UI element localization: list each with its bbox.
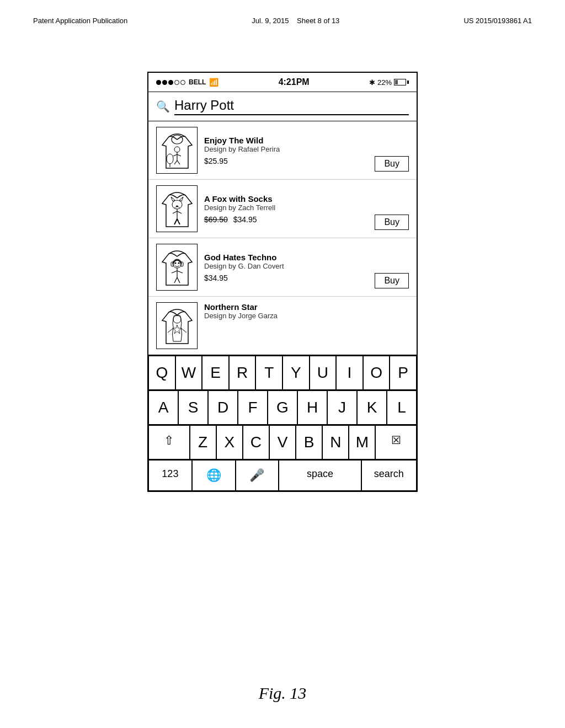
wifi-icon: 📶: [209, 78, 218, 87]
svg-line-6: [177, 160, 180, 164]
key-w[interactable]: W: [175, 356, 202, 390]
product-item-2: A Fox with Socks Design by Zach Terrell …: [148, 180, 417, 238]
carrier-name: BELL: [189, 78, 206, 86]
product-info-1: Enjoy The Wild Design by Rafael Perira $…: [204, 127, 368, 174]
key-q[interactable]: Q: [148, 356, 175, 390]
key-i[interactable]: I: [336, 356, 363, 390]
battery-fill: [395, 80, 398, 84]
product-item-4: Northern Star Design by Jorge Garza: [148, 297, 417, 355]
key-o[interactable]: O: [363, 356, 390, 390]
status-left: BELL 📶: [156, 78, 218, 87]
patent-number: US 2015/0193861 A1: [463, 17, 532, 25]
svg-line-17: [177, 211, 182, 213]
product-name-2: A Fox with Socks: [204, 194, 368, 204]
key-r[interactable]: R: [229, 356, 256, 390]
key-f[interactable]: F: [238, 390, 268, 425]
globe-key[interactable]: 🌐: [192, 460, 236, 491]
status-right: ✱ 22%: [369, 78, 409, 87]
svg-point-7: [167, 154, 173, 164]
product-thumb-4: [156, 302, 198, 349]
svg-point-25: [174, 262, 176, 264]
signal-dot-5: [180, 80, 185, 85]
patent-date: Jul. 9, 2015: [252, 17, 289, 25]
search-bar[interactable]: 🔍 Harry Pott: [148, 92, 417, 121]
key-n[interactable]: N: [322, 425, 349, 459]
key-y[interactable]: Y: [282, 356, 310, 390]
buy-button-2[interactable]: Buy: [375, 215, 409, 230]
search-input[interactable]: Harry Pott: [174, 98, 409, 115]
key-u[interactable]: U: [310, 356, 337, 390]
status-bar: BELL 📶 4:21PM ✱ 22%: [148, 73, 417, 92]
product-info-2: A Fox with Socks Design by Zach Terrell …: [204, 185, 368, 232]
product-name-1: Enjoy The Wild: [204, 136, 368, 145]
battery-body: [394, 79, 406, 85]
search-key[interactable]: search: [361, 460, 417, 491]
shift-key[interactable]: ⇧: [148, 425, 190, 459]
buy-button-1[interactable]: Buy: [375, 156, 409, 172]
patent-meta: Jul. 9, 2015 Sheet 8 of 13: [252, 17, 339, 25]
svg-marker-10: [171, 197, 175, 201]
product-price-3: $34.95: [204, 274, 368, 282]
key-b[interactable]: B: [296, 425, 322, 459]
svg-line-20: [173, 221, 175, 222]
svg-line-14: [177, 206, 180, 208]
signal-dot-4: [174, 80, 179, 85]
product-list: Enjoy The Wild Design by Rafael Perira $…: [148, 121, 417, 355]
svg-line-21: [179, 221, 181, 222]
key-z[interactable]: Z: [190, 425, 216, 459]
price-original-2: $69.50: [204, 215, 228, 224]
search-icon: 🔍: [156, 100, 170, 113]
signal-dot-2: [162, 80, 167, 85]
key-l[interactable]: L: [387, 390, 417, 425]
svg-point-32: [173, 315, 181, 323]
svg-line-28: [172, 271, 177, 273]
svg-point-9: [172, 200, 182, 209]
buy-button-3[interactable]: Buy: [375, 273, 409, 288]
price-sale-2: $34.95: [233, 215, 257, 224]
svg-line-13: [174, 206, 177, 208]
key-v[interactable]: V: [269, 425, 296, 459]
signal-dot-3: [168, 80, 173, 85]
product-price-1: $25.95: [204, 157, 368, 165]
svg-line-30: [174, 277, 177, 283]
key-x[interactable]: X: [216, 425, 243, 459]
key-j[interactable]: J: [327, 390, 357, 425]
key-p[interactable]: P: [390, 356, 417, 390]
key-e[interactable]: E: [202, 356, 229, 390]
svg-line-29: [177, 271, 183, 273]
product-thumb-2: [156, 185, 198, 232]
key-a[interactable]: A: [148, 390, 178, 425]
product-info-4: Northern Star Design by Jorge Garza: [204, 302, 409, 323]
space-key[interactable]: space: [279, 460, 361, 491]
bluetooth-icon: ✱: [369, 78, 375, 87]
key-k[interactable]: K: [357, 390, 387, 425]
status-time: 4:21PM: [279, 77, 310, 87]
keyboard-row-3: ⇧ Z X C V B N M ☒: [148, 425, 417, 460]
product-designer-2: Design by Zach Terrell: [204, 204, 368, 212]
battery-tip: [407, 81, 409, 84]
key-d[interactable]: D: [208, 390, 238, 425]
key-h[interactable]: H: [297, 390, 327, 425]
product-image-3: [158, 245, 196, 290]
numbers-key[interactable]: 123: [148, 460, 192, 491]
key-c[interactable]: C: [243, 425, 269, 459]
product-item: Enjoy The Wild Design by Rafael Perira $…: [148, 121, 417, 180]
signal-dot-1: [156, 80, 161, 85]
mic-key[interactable]: 🎤: [236, 460, 279, 491]
svg-line-31: [177, 277, 180, 283]
svg-line-4: [177, 154, 181, 156]
keyboard-row-1: Q W E R T Y U I O P: [148, 356, 417, 390]
key-t[interactable]: T: [255, 356, 282, 390]
figure-caption-text: Fig. 13: [259, 684, 307, 702]
key-s[interactable]: S: [178, 390, 208, 425]
patent-header: Patent Application Publication Jul. 9, 2…: [0, 0, 565, 30]
keyboard: Q W E R T Y U I O P A S D F G H J K L ⇧ …: [148, 355, 417, 491]
svg-line-3: [173, 154, 177, 156]
keyboard-row-2: A S D F G H J K L: [148, 390, 417, 425]
svg-line-16: [173, 211, 177, 213]
phone-mockup: BELL 📶 4:21PM ✱ 22% 🔍 Harry Pott: [147, 72, 418, 492]
patent-sheet: Sheet 8 of 13: [297, 17, 339, 25]
key-g[interactable]: G: [268, 390, 297, 425]
backspace-key[interactable]: ☒: [375, 425, 417, 459]
key-m[interactable]: M: [349, 425, 375, 459]
